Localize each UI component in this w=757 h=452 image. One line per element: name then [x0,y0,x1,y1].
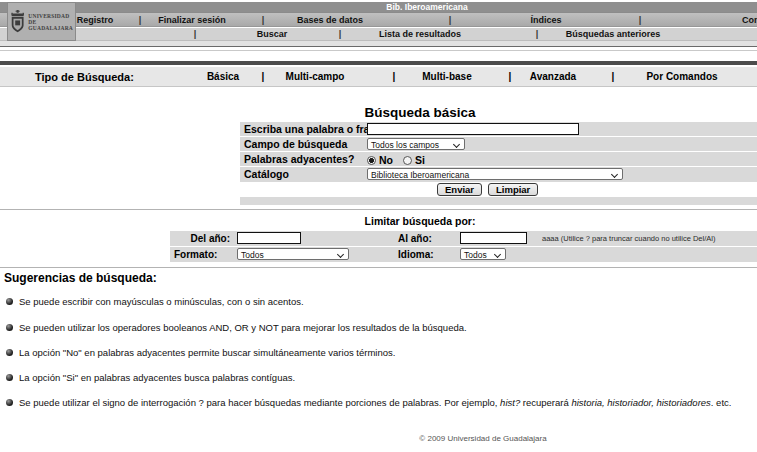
udg-logo-link[interactable]: Universidad de Guadalajara [7,2,76,41]
field-label: Campo de búsqueda [244,137,347,151]
catalog-row: Catálogo Biblioteca Iberoamericana [240,167,757,182]
limit-table: Del año: Al año: aaaa (Utilice ? para tr… [170,231,757,263]
menu-item-busquedas-anteriores[interactable]: Búsquedas anteriores [566,28,661,40]
tab-separator: | [393,67,396,87]
phrase-input[interactable] [367,123,579,135]
basic-search-form: Escriba una palabra o frase Campo de bús… [240,122,757,205]
format-label: Formato: [174,247,217,262]
menu-item-comentarios-truncated[interactable]: Com [742,13,757,27]
search-type-label: Tipo de Búsqueda: [35,67,134,87]
adjacent-no-label: No [379,154,393,166]
menu-separator: | [639,13,642,27]
basic-search-heading: Búsqueda básica [364,105,475,120]
language-label: Idioma: [398,247,434,262]
adjacent-si-radio[interactable] [403,156,412,165]
catalog-select[interactable]: Biblioteca Iberoamericana [367,168,623,180]
suggestion-item: La opción "No" en palabras adyacentes pe… [6,347,395,358]
phrase-label: Escriba una palabra o frase [244,122,381,136]
catalog-select-value: Biblioteca Iberoamericana [371,170,469,180]
menu-item-finalizar-sesion[interactable]: Finalizar sesión [158,13,226,27]
menu-item-buscar[interactable]: Buscar [257,28,288,40]
menu-row-1: Registro | Finalizar sesión | Bases de d… [0,12,757,27]
phrase-row: Escriba una palabra o frase [240,122,757,136]
menu-item-indices[interactable]: Índices [530,13,561,27]
submit-button[interactable]: Enviar [437,183,482,196]
language-select[interactable]: Todos [460,248,506,260]
from-year-label: Del año: [170,231,230,246]
tab-busqueda-basica[interactable]: Básica [207,67,239,87]
search-type-bar: Tipo de Búsqueda: Básica | Multi-campo |… [0,67,757,87]
menu-separator: | [262,13,265,27]
bullet-icon [6,298,13,305]
bullet-icon [6,349,13,356]
udg-crest-icon [10,5,25,38]
bullet-icon [6,374,13,381]
tab-multi-base[interactable]: Multi-base [422,67,471,87]
menu-separator: | [536,28,539,40]
adjacent-label: Palabras adyacentes? [244,152,354,166]
menu-separator: | [339,28,342,40]
page-title: Bib. Iberoamericana [386,2,467,12]
horizontal-rule [0,209,757,210]
tab-separator: | [262,67,265,87]
tab-separator: | [509,67,512,87]
suggestion-item: La opción "Si" en palabras adyacentes bu… [6,372,295,383]
opac-search-page: Bib. Iberoamericana Registro | Finalizar… [0,0,757,452]
format-language-row: Formato: Todos Idioma: Todos [170,247,757,262]
to-year-label: Al año: [398,231,432,246]
udg-logo-text: Universidad de Guadalajara [28,13,73,31]
menu-separator: | [449,13,452,27]
clear-button[interactable]: Limpiar [488,183,538,196]
header-title-bar: Bib. Iberoamericana [0,2,757,12]
buttons-row: Enviar Limpiar [240,183,757,197]
format-select[interactable]: Todos [237,248,349,260]
menu-item-registro[interactable]: Registro [77,13,114,27]
tab-separator: | [612,67,615,87]
limit-heading: Limitar búsqueda por: [365,215,476,227]
suggestions-heading: Sugerencias de búsqueda: [4,271,157,285]
year-hint: aaaa (Utilice ? para truncar cuando no u… [542,231,715,246]
field-select-value: Todos los campos [371,140,439,150]
menu-separator: | [194,28,197,40]
menu-row-2: | Buscar | Lista de resultados | Búsqued… [0,28,757,41]
header-divider-line [0,50,757,51]
bullet-icon [6,324,13,331]
format-select-value: Todos [241,250,264,260]
from-year-input[interactable] [237,232,301,244]
field-select[interactable]: Todos los campos [367,138,465,150]
tab-avanzada[interactable]: Avanzada [530,67,576,87]
menu-separator: | [139,13,142,27]
adjacent-si-label: Si [415,154,425,166]
adjacent-no-radio[interactable] [367,156,376,165]
suggestion-item: Se pueden utilizar los operadores boolea… [6,322,467,333]
tab-por-comandos[interactable]: Por Comandos [646,67,717,87]
language-select-value: Todos [464,250,487,260]
to-year-input[interactable] [460,232,527,244]
field-row: Campo de búsqueda Todos los campos [240,137,757,151]
bullet-icon [6,399,13,406]
suggestion-item: Se puede utilizar el signo de interrogac… [6,397,731,408]
catalog-label: Catálogo [244,167,289,182]
adjacent-row: Palabras adyacentes? NoSi [240,152,757,166]
menu-item-bases-de-datos[interactable]: Bases de datos [297,13,363,27]
tab-multi-campo[interactable]: Multi-campo [286,67,345,87]
form-bottom-band [240,197,757,205]
copyright-notice: © 2009 Universidad de Guadalajara [419,434,546,443]
double-rule [0,61,757,65]
header-bottom-strip [0,41,757,47]
horizontal-rule [0,267,757,268]
suggestion-item: Se puede escribir con mayúsculas o minús… [6,296,304,307]
menu-item-lista-de-resultados[interactable]: Lista de resultados [379,28,461,40]
year-row: Del año: Al año: aaaa (Utilice ? para tr… [170,231,757,246]
